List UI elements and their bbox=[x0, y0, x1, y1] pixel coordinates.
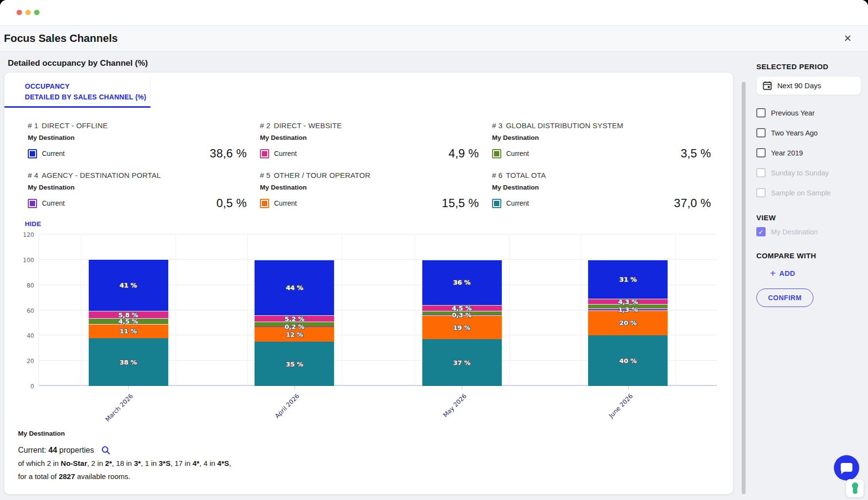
period-selector-button[interactable]: Next 90 Days bbox=[756, 76, 861, 95]
bar-segment bbox=[89, 311, 168, 318]
confirm-button[interactable]: CONFIRM bbox=[756, 288, 813, 307]
category-gridline bbox=[342, 234, 342, 386]
x-axis-label: June 2026 bbox=[577, 392, 634, 449]
series-color-swatch bbox=[28, 149, 37, 158]
tab-occupancy-detailed[interactable]: OCCUPANCY DETAILED BY SALES CHANNEL (%) bbox=[4, 77, 151, 108]
checked-checkbox-icon: ✓ bbox=[756, 227, 766, 236]
channel-rank: # 3 bbox=[492, 121, 502, 130]
x-axis-label: April 2026 bbox=[244, 392, 301, 449]
y-axis-label: 120 bbox=[14, 231, 34, 238]
channel-occupancy-value: 0,5 % bbox=[217, 196, 247, 210]
section-title: Detailed occupancy by Channel (%) bbox=[8, 58, 148, 68]
bar-segment bbox=[588, 335, 668, 386]
channel-group-label: My Destination bbox=[492, 134, 711, 141]
view-option-label: My Destination bbox=[771, 228, 818, 236]
series-label: Current bbox=[42, 199, 65, 207]
checkbox-icon bbox=[756, 188, 766, 197]
bar-segment bbox=[255, 315, 334, 322]
window-close-button[interactable] bbox=[17, 10, 22, 15]
channel-name: GLOBAL DISTRIBUTION SYSTEM bbox=[506, 121, 623, 130]
channel-group-label: My Destination bbox=[492, 184, 711, 191]
channel-occupancy-value: 15,5 % bbox=[442, 196, 479, 210]
channel-occupancy-value: 38,6 % bbox=[210, 147, 247, 160]
tab-label-line2: DETAILED BY SALES CHANNEL (%) bbox=[25, 92, 150, 103]
x-axis-label: May 2026 bbox=[411, 392, 468, 449]
channel-name: DIRECT - OFFLINE bbox=[41, 121, 107, 130]
checkbox-icon bbox=[756, 148, 766, 157]
channel-occupancy-value: 37,0 % bbox=[674, 196, 711, 210]
period-option-checkbox[interactable]: Two Years Ago bbox=[756, 123, 861, 143]
channel-occupancy-value: 4,9 % bbox=[449, 147, 479, 160]
modal-header: Focus Sales Channels × bbox=[0, 25, 868, 52]
channel-occupancy-value: 3,5 % bbox=[681, 147, 711, 160]
search-icon[interactable] bbox=[101, 445, 111, 455]
series-color-swatch bbox=[492, 199, 501, 208]
channel-rank: # 1 bbox=[28, 121, 38, 130]
channel-group-label: My Destination bbox=[28, 184, 247, 191]
period-options: Previous Year Two Years Ago Year 2019 Su… bbox=[756, 103, 861, 203]
compare-with-heading: COMPARE WITH bbox=[756, 251, 861, 260]
channel-summary-card: # 1DIRECT - OFFLINE My Destination Curre… bbox=[28, 121, 247, 160]
plus-icon: + bbox=[770, 269, 776, 278]
category-gridline bbox=[509, 234, 510, 386]
bar-segment bbox=[588, 304, 668, 308]
checkbox-icon bbox=[756, 108, 766, 117]
channel-summary-grid: # 1DIRECT - OFFLINE My Destination Curre… bbox=[28, 121, 711, 210]
category-gridline bbox=[247, 234, 248, 386]
hide-chart-link[interactable]: HIDE bbox=[25, 220, 41, 228]
series-color-swatch bbox=[260, 199, 269, 208]
category-gridline bbox=[176, 234, 176, 386]
channel-group-label: My Destination bbox=[260, 134, 479, 141]
period-option-checkbox[interactable]: Previous Year bbox=[756, 103, 861, 123]
period-option-label: Previous Year bbox=[771, 109, 814, 117]
series-label: Current bbox=[274, 199, 297, 207]
category-gridline bbox=[581, 234, 581, 386]
channel-rank: # 2 bbox=[260, 121, 270, 130]
bar-segment bbox=[255, 327, 334, 327]
axis-tick bbox=[628, 386, 629, 389]
period-option-label: Year 2019 bbox=[771, 149, 803, 157]
window-minimize-button[interactable] bbox=[25, 10, 31, 15]
bar-segment bbox=[588, 260, 668, 299]
footnote-total-rooms: for a total of 2827 available rooms. bbox=[18, 472, 231, 481]
bar-april-2026: 35 %12 %0,2 %5,2 %44 % bbox=[255, 234, 334, 386]
app-window: Focus Sales Channels × Detailed occupanc… bbox=[0, 0, 868, 500]
series-label: Current bbox=[506, 199, 529, 207]
channel-name: AGENCY - DESTINATION PORTAL bbox=[41, 171, 160, 179]
vertical-scrollbar[interactable] bbox=[742, 82, 746, 494]
category-gridline bbox=[675, 234, 676, 386]
channel-name: TOTAL OTA bbox=[506, 171, 546, 179]
channel-summary-card: # 3GLOBAL DISTRIBUTION SYSTEM My Destina… bbox=[492, 121, 711, 160]
channel-summary-card: # 5OTHER / TOUR OPERATOR My Destination … bbox=[260, 171, 479, 210]
stacked-bar-chart: 02040608010012038 %11 %4,5 %5,8 %41 %Mar… bbox=[39, 234, 717, 386]
series-label: Current bbox=[506, 150, 529, 157]
series-color-swatch bbox=[28, 199, 37, 208]
y-axis-label: 100 bbox=[14, 257, 34, 264]
tab-label-line1: OCCUPANCY bbox=[25, 81, 150, 92]
view-option-my-destination[interactable]: ✓ My Destination bbox=[756, 222, 861, 242]
extension-badge[interactable] bbox=[846, 479, 864, 498]
footnote-properties: Current: 44 properties bbox=[18, 446, 94, 455]
y-axis-label: 0 bbox=[14, 383, 34, 390]
calendar-icon bbox=[763, 81, 772, 90]
series-color-swatch bbox=[260, 149, 269, 158]
bar-segment bbox=[422, 315, 502, 315]
bar-march-2026: 38 %11 %4,5 %5,8 %41 % bbox=[89, 234, 168, 386]
close-icon[interactable]: × bbox=[844, 32, 851, 44]
chat-button[interactable] bbox=[834, 455, 859, 481]
window-zoom-button[interactable] bbox=[34, 10, 39, 15]
bar-segment bbox=[89, 259, 168, 311]
channel-group-label: My Destination bbox=[28, 134, 247, 141]
y-axis-label: 20 bbox=[14, 358, 34, 365]
period-option-checkbox[interactable]: Year 2019 bbox=[756, 143, 861, 163]
channel-summary-card: # 6TOTAL OTA My Destination Current 37,0… bbox=[492, 171, 711, 210]
add-compare-button[interactable]: + ADD bbox=[770, 269, 795, 278]
add-label: ADD bbox=[779, 269, 795, 277]
series-color-swatch bbox=[492, 149, 501, 158]
bar-segment bbox=[255, 327, 334, 342]
series-label: Current bbox=[42, 150, 65, 157]
channel-name: DIRECT - WEBSITE bbox=[274, 121, 342, 130]
y-axis-label: 80 bbox=[14, 282, 34, 289]
period-option-label: Two Years Ago bbox=[771, 129, 818, 137]
channel-summary-card: # 4AGENCY - DESTINATION PORTAL My Destin… bbox=[28, 171, 247, 210]
